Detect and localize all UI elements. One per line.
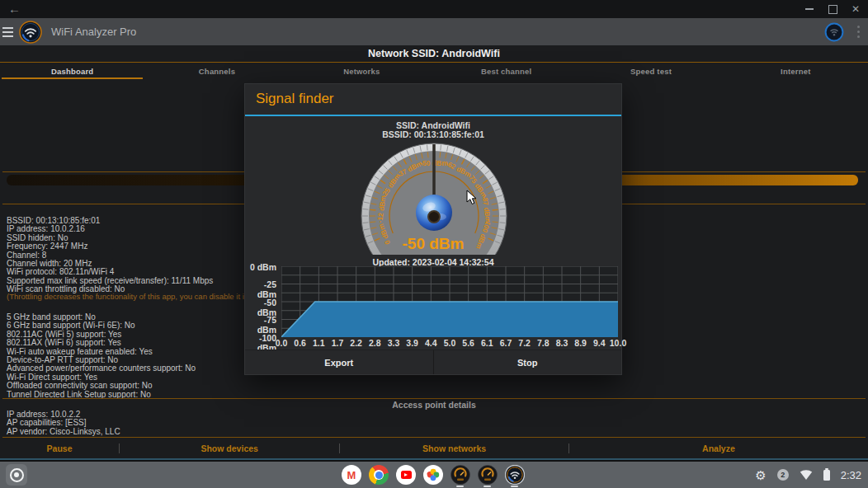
signal-history-chart [281,266,618,337]
tab-dashboard[interactable]: Dashboard [0,63,144,79]
detail-line: IP address: 10.0.2.2 [7,410,120,418]
tab-speed-test[interactable]: Speed test [578,63,723,79]
dialog-title-divider [245,115,621,116]
taskbar-apps: M [342,465,525,485]
system-tray[interactable]: ⚙ 2 2:32 [755,462,861,488]
google-photos-icon[interactable] [423,465,443,485]
detail-line: Wi-Fi Direct support: Yes [7,373,196,381]
chart-x-axis: 0.00.61.11.72.22.83.33.94.45.05.66.16.77… [281,338,618,348]
app-toolbar: WiFi Analyzer Pro [0,18,868,45]
y-tick-label: -50 dBm [245,298,276,317]
window-controls: ✕ [804,0,861,18]
detail-line: 802.11AC (WiFi 5) support: Yes [7,330,196,338]
divider [2,398,866,399]
access-point-details-title: Access point details [0,400,868,410]
screen: ← ✕ WiFi Analyzer Pro [0,0,868,488]
app-logo-icon [18,20,43,45]
minimize-icon[interactable] [804,3,815,15]
tab-bar: Dashboard Channels Networks Best channel… [0,63,868,79]
detail-line: SSID hidden: No [7,233,213,242]
pause-button[interactable]: Pause [0,443,119,453]
wifi-status-icon[interactable] [824,22,844,42]
gmail-icon[interactable]: M [342,465,361,485]
chrome-icon[interactable] [369,465,389,485]
detail-line: AP vendor: Cisco-Linksys, LLC [7,427,120,435]
show-networks-button[interactable]: Show networks [340,443,568,453]
wifi-analyzer-pro-icon[interactable] [505,465,525,485]
network-ssid-header: Network SSID: AndroidWifi [0,48,868,59]
detail-line: Advanced power/performance counters supp… [7,364,196,372]
detail-line: BSSID: 00:13:10:85:fe:01 [7,216,213,224]
running-app-indicators [0,486,868,487]
tab-best-channel[interactable]: Best channel [434,63,578,79]
youtube-icon[interactable] [396,465,416,485]
detail-line: 5 GHz band support: No [7,312,196,321]
gauge-value: -50 dBm [245,235,621,253]
tab-internet[interactable]: Internet [724,63,868,79]
detail-line: Channel width: 20 MHz [7,259,213,267]
window-bottom-edge [0,458,868,460]
analyze-button[interactable]: Analyze [569,443,868,453]
battery-icon[interactable] [823,470,830,481]
detail-line: IP address: 10.0.2.16 [7,224,213,232]
settings-gear-icon[interactable]: ⚙ [755,469,766,481]
close-icon[interactable]: ✕ [850,3,861,15]
detail-line: Device-to-AP RTT support: No [7,355,196,364]
window-titlebar: ← ✕ [0,0,868,18]
maximize-icon[interactable] [827,3,838,15]
chart-y-axis: 0 dBm-25 dBm-50 dBm-75 dBm-100 dBm [245,266,278,337]
detail-line: Supported max link speed (receive/transf… [7,276,213,284]
mouse-cursor [466,190,478,206]
y-tick-label: 0 dBm [245,262,276,272]
y-tick-label: -75 dBm [245,315,276,335]
notification-badge-icon[interactable]: 2 [777,469,789,481]
access-point-details: IP address: 10.0.2.2AP capabilities: [ES… [7,410,120,435]
bottom-action-bar: Pause Show devices Show networks Analyze [0,439,868,457]
dialog-title: Signal finder [256,91,334,107]
connection-details: BSSID: 00:13:10:85:fe:01IP address: 10.0… [7,216,213,293]
detail-line: Tunnel Directed Link Setup support: No [7,390,196,398]
detail-line: 802.11AX (WiFi 6) support: Yes [7,338,196,346]
overflow-menu-icon[interactable] [857,26,860,38]
detail-line: Channel: 8 [7,251,213,259]
detail-line: AP capabilities: [ESS] [7,418,120,426]
tab-channels[interactable]: Channels [144,63,289,79]
divider [2,437,866,438]
capability-details: 5 GHz band support: No6 GHz band support… [7,312,196,398]
speed-test-icon[interactable] [451,465,470,485]
detail-line: Frequency: 2447 MHz [7,242,213,250]
export-button[interactable]: Export [245,350,433,374]
detail-line: 6 GHz band support (Wi-Fi 6E): No [7,321,196,329]
app-title: WiFi Analyzer Pro [51,26,136,38]
tab-networks[interactable]: Networks [290,63,434,79]
back-icon[interactable]: ← [8,2,21,16]
detail-line: WiFi protocol: 802.11n/WiFi 4 [7,267,213,275]
toolbar-actions [824,18,863,45]
launcher-icon[interactable] [6,464,27,486]
detail-line: Offloaded connectivity scan support: No [7,381,196,389]
wifi-signal-icon[interactable] [800,469,813,481]
signal-finder-dialog: Signal finder SSID: AndroidWifi BSSID: 0… [244,83,622,375]
detail-line: Wi-Fi auto wakeup feature enabled: Yes [7,347,196,355]
y-tick-label: -25 dBm [245,279,276,299]
speed-test-icon-2[interactable] [478,465,498,485]
show-devices-button[interactable]: Show devices [120,443,339,453]
clock: 2:32 [841,469,861,481]
menu-icon[interactable] [2,27,13,37]
dialog-buttons: Export Stop [245,350,621,374]
stop-button[interactable]: Stop [433,350,622,374]
x-tick-label: 10.0 [607,338,629,348]
taskbar: M [0,462,868,488]
